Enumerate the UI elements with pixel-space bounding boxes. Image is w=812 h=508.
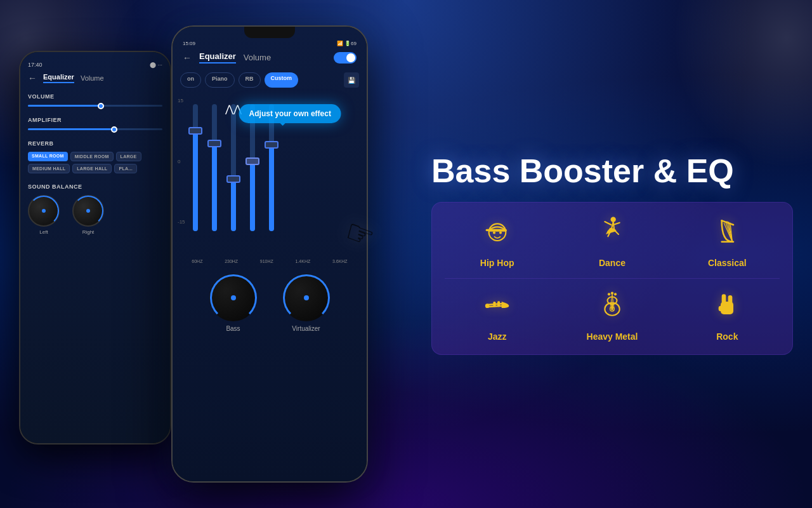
svg-rect-26 [728, 295, 733, 305]
back-volume-section: VOLUME [28, 93, 162, 107]
front-back-arrow-icon[interactable]: ← [183, 53, 192, 63]
genre-icon-heavy-metal [596, 289, 628, 326]
back-tab-volume[interactable]: Volume [81, 74, 104, 82]
eq-band-910hz[interactable]: ⋀⋀ [228, 104, 239, 231]
front-knob-virtualizer-wrap: Virtualizer [282, 274, 330, 332]
genre-label-hip-hop: Hip Hop [480, 258, 514, 268]
front-knob-bass-wrap: Bass [209, 274, 257, 332]
front-tab-volume[interactable]: Volume [244, 53, 271, 62]
preset-on[interactable]: on [180, 72, 201, 88]
back-sound-balance-section: SOUND BALANCE Left Right [28, 184, 162, 235]
front-notch [244, 27, 295, 38]
svg-rect-11 [493, 302, 495, 307]
svg-rect-2 [485, 229, 492, 231]
front-knob-virtualizer-label: Virtualizer [292, 325, 320, 332]
genre-label-heavy-metal: Heavy Metal [587, 331, 638, 342]
front-knob-bass[interactable] [209, 274, 257, 321]
genre-divider [445, 278, 780, 279]
back-tab-equalizer[interactable]: Equalizer [43, 73, 74, 83]
genre-item-rock[interactable]: Rock [675, 289, 780, 342]
right-area: Bass Booster & EQ [412, 140, 812, 368]
front-header: ← Equalizer Volume [173, 46, 367, 69]
reverb-btn-middle-room[interactable]: MIDDLE ROOM [70, 152, 114, 161]
back-knob-right-dot [86, 209, 90, 213]
front-knob-virtualizer-dot [304, 295, 309, 300]
eq-band-14khz[interactable] [247, 104, 258, 231]
back-amplifier-slider[interactable] [28, 128, 162, 130]
back-volume-slider[interactable] [28, 105, 162, 107]
back-time: 17:40 [28, 62, 43, 68]
eq-band-36khz[interactable] [266, 104, 277, 231]
front-knobs-area: Bass Virtualizer [173, 266, 367, 340]
genre-label-dance: Dance [599, 258, 625, 268]
freq-910hz: 910HZ [260, 259, 273, 264]
back-knob-left-label: Left [39, 229, 48, 235]
reverb-btn-large-hall[interactable]: LARGE HALL [72, 164, 112, 173]
preset-rb[interactable]: RB [239, 72, 261, 88]
svg-point-13 [485, 304, 489, 308]
preset-custom[interactable]: Custom [265, 72, 299, 88]
eq-sliders-container: ⋀⋀ [178, 104, 362, 231]
front-eq-presets: on Piano RB Custom 💾 [173, 69, 367, 91]
front-status-icons: 📶 🔋69 [337, 41, 357, 46]
genre-icon-hip-hop [481, 215, 513, 253]
front-knob-bass-dot [231, 295, 236, 300]
back-header: ← Equalizer Volume [28, 73, 162, 83]
back-arrow-icon[interactable]: ← [28, 73, 37, 83]
freq-36khz: 3.6KHZ [332, 259, 348, 264]
front-eq-toggle[interactable] [334, 52, 357, 64]
back-knob-right-label: Right [82, 229, 95, 235]
phone-front: 15:09 📶 🔋69 ← Equalizer Volume on Piano … [171, 25, 368, 483]
genre-item-hip-hop[interactable]: Hip Hop [445, 215, 549, 268]
front-knob-virtualizer[interactable] [282, 274, 330, 321]
back-knob-right-dial[interactable] [72, 195, 104, 227]
genre-icon-dance [596, 215, 628, 253]
back-amplifier-section: AMPLIFIER [28, 117, 162, 130]
front-tab-equalizer[interactable]: Equalizer [199, 51, 236, 64]
freq-60hz: 60HZ [192, 259, 202, 264]
genre-item-dance[interactable]: Dance [560, 215, 664, 268]
phones-area: 17:40 ⬤ ··· ← Equalizer Volume VOLUME [0, 0, 412, 508]
reverb-btn-medium-hall[interactable]: MEDIUM HALL [28, 164, 70, 173]
genre-icon-rock [711, 289, 743, 326]
back-reverb-buttons-row2: MEDIUM HALL LARGE HALL PLA... [28, 164, 162, 173]
back-knobs-row: Left Right [28, 195, 162, 235]
genre-icon-jazz [481, 289, 513, 326]
back-amplifier-label: AMPLIFIER [28, 117, 162, 123]
genre-item-classical[interactable]: Classical [675, 215, 780, 268]
eq-band-230hz[interactable] [209, 104, 219, 231]
svg-rect-12 [497, 301, 500, 307]
preset-piano[interactable]: Piano [205, 72, 235, 88]
back-volume-label: VOLUME [28, 93, 162, 100]
back-sound-balance-label: SOUND BALANCE [28, 184, 162, 190]
svg-point-3 [493, 232, 495, 234]
eq-band-60hz[interactable] [190, 104, 200, 231]
front-time: 15:09 [183, 41, 195, 46]
svg-rect-25 [722, 294, 726, 304]
front-eq-area: 15 0 -15 Adjust your own effect [173, 91, 367, 257]
reverb-btn-small-room[interactable]: SMALL ROOM [28, 152, 68, 161]
reverb-btn-pla[interactable]: PLA... [114, 164, 137, 173]
back-knob-left-dot [42, 209, 46, 213]
reverb-btn-large[interactable]: LARGE [116, 152, 141, 161]
eq-save-button[interactable]: 💾 [344, 72, 359, 88]
genre-icon-classical [711, 215, 743, 253]
front-eq-freq-labels: 60HZ 230HZ 910HZ 1.4KHZ 3.6KHZ [173, 257, 367, 266]
genre-grid-container: Hip Hop [431, 202, 793, 355]
back-reverb-buttons-row1: SMALL ROOM MIDDLE ROOM LARGE [28, 152, 162, 161]
back-knob-right: Right [72, 195, 104, 235]
back-knob-left-dial[interactable] [28, 195, 60, 227]
back-reverb-label: REVERB [28, 140, 162, 147]
eq-scale-top: 15 [178, 98, 185, 104]
svg-point-5 [610, 217, 615, 222]
svg-point-4 [499, 232, 502, 234]
front-knob-bass-label: Bass [226, 325, 240, 332]
genre-item-jazz[interactable]: Jazz [445, 289, 549, 342]
freq-14khz: 1.4KHZ [296, 259, 311, 264]
back-knob-left: Left [28, 195, 60, 235]
svg-point-23 [614, 293, 617, 295]
genre-label-rock: Rock [716, 331, 738, 342]
eq-tooltip: Adjust your own effect [239, 104, 341, 123]
genre-item-heavy-metal[interactable]: Heavy Metal [560, 289, 664, 342]
back-status-bar: 17:40 ⬤ ··· [28, 62, 162, 68]
